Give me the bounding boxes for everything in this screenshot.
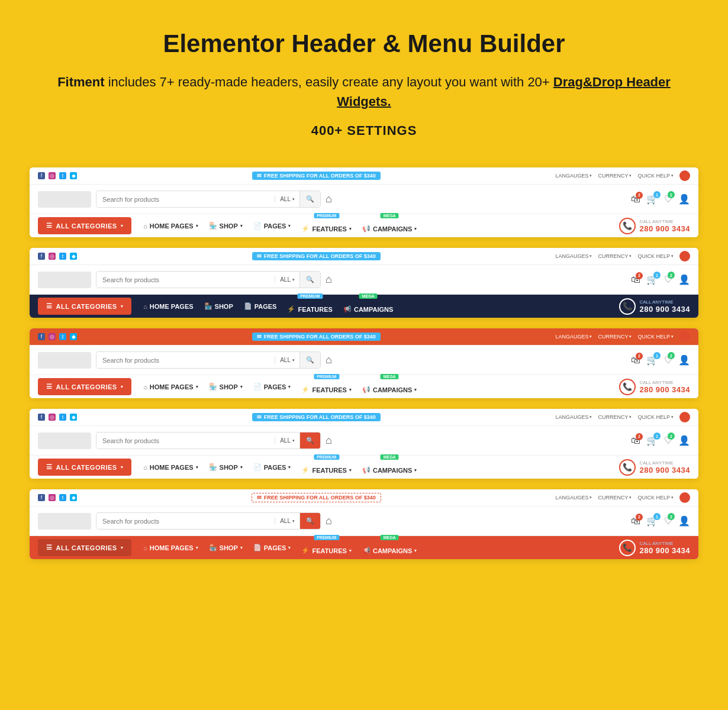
- shopping-bag-icon-2[interactable]: 🛍 2: [631, 275, 640, 285]
- nav-campaigns-2[interactable]: MEGA 📢 CAMPAIGNS: [343, 299, 393, 313]
- nav-shop-1[interactable]: 🏪 SHOP ▾: [209, 222, 243, 230]
- languages-btn-4[interactable]: LANGAUGES ▾: [555, 414, 592, 420]
- twitter-icon-5[interactable]: t: [59, 494, 66, 501]
- nav-home-5[interactable]: ⌂ HOME PAGES ▾: [143, 544, 198, 551]
- search-button-5[interactable]: 🔍: [299, 513, 320, 529]
- search-input-2[interactable]: [96, 272, 275, 288]
- instagram-icon-4[interactable]: ◎: [49, 414, 56, 421]
- nav-home-4[interactable]: ⌂ HOME PAGES ▾: [143, 464, 198, 471]
- search-box-4[interactable]: ALL ▾ 🔍: [96, 432, 321, 449]
- languages-btn-3[interactable]: LANGAUGES ▾: [555, 334, 592, 340]
- user-icon-1[interactable]: 👤: [678, 193, 690, 205]
- search-input-3[interactable]: [96, 353, 275, 368]
- skype-icon-4[interactable]: ◆: [70, 414, 77, 421]
- quick-help-btn-4[interactable]: QUICK HELP ▾: [637, 414, 674, 420]
- search-dropdown-3[interactable]: ALL ▾: [275, 357, 299, 363]
- facebook-icon-2[interactable]: f: [38, 253, 45, 260]
- search-button-3[interactable]: 🔍: [299, 352, 320, 368]
- search-box-1[interactable]: ALL ▾ 🔍: [96, 191, 321, 208]
- wishlist-icon-3[interactable]: ♡ 2: [664, 354, 672, 366]
- nav-shop-5[interactable]: 🏪 SHOP ▾: [209, 544, 243, 551]
- currency-btn-3[interactable]: CURRENCY ▾: [598, 334, 632, 340]
- nav-shop-4[interactable]: 🏪 SHOP ▾: [209, 463, 243, 471]
- home-icon-2[interactable]: ⌂: [326, 273, 332, 286]
- twitter-icon-4[interactable]: t: [59, 414, 66, 421]
- nav-campaigns-5[interactable]: MEGA 📢 CAMPAIGNS ▾: [362, 541, 417, 554]
- currency-btn-1[interactable]: CURRENCY ▾: [598, 173, 632, 179]
- nav-pages-3[interactable]: 📄 PAGES ▾: [253, 383, 291, 390]
- nav-shop-3[interactable]: 🏪 SHOP ▾: [209, 383, 243, 390]
- nav-features-1[interactable]: PREMIUM ⚡ FEATURES ▾: [301, 219, 351, 233]
- instagram-icon[interactable]: ◎: [49, 172, 56, 179]
- home-icon-5[interactable]: ⌂: [326, 515, 332, 527]
- search-dropdown-2[interactable]: ALL ▾: [275, 276, 299, 283]
- home-icon-1[interactable]: ⌂: [326, 193, 332, 205]
- all-categories-btn-5[interactable]: ☰ ALL CATEGORIES ▾: [38, 539, 131, 556]
- facebook-icon-4[interactable]: f: [38, 414, 45, 421]
- nav-home-2[interactable]: ⌂ HOME PAGES: [143, 303, 193, 310]
- nav-home-3[interactable]: ⌂ HOME PAGES ▾: [143, 383, 198, 390]
- nav-pages-2[interactable]: 📄 PAGES: [244, 302, 277, 310]
- user-icon-5[interactable]: 👤: [678, 515, 690, 527]
- all-categories-btn-3[interactable]: ☰ ALL CATEGORIES ▾: [38, 378, 131, 395]
- currency-btn-4[interactable]: CURRENCY ▾: [598, 414, 632, 420]
- nav-campaigns-1[interactable]: MEGA 📢 CAMPAIGNS ▾: [362, 219, 417, 233]
- home-icon-4[interactable]: ⌂: [326, 434, 332, 447]
- search-button-2[interactable]: 🔍: [299, 272, 320, 288]
- quick-help-btn-2[interactable]: QUICK HELP ▾: [637, 253, 674, 259]
- cart-icon-3[interactable]: 🛒 1: [646, 354, 658, 366]
- nav-features-4[interactable]: PREMIUM ⚡ FEATURES ▾: [301, 460, 351, 474]
- nav-features-3[interactable]: PREMIUM ⚡ FEATURES ▾: [301, 380, 351, 393]
- search-button-1[interactable]: 🔍: [299, 191, 320, 207]
- cart-icon-2[interactable]: 🛒 1: [646, 274, 658, 285]
- shopping-bag-icon-1[interactable]: 🛍 2: [631, 194, 640, 205]
- nav-features-5[interactable]: PREMIUM ⚡ FEATURES ▾: [301, 541, 351, 554]
- all-categories-btn-4[interactable]: ☰ ALL CATEGORIES ▾: [38, 459, 131, 476]
- nav-shop-2[interactable]: 🏪 SHOP: [204, 302, 233, 310]
- quick-help-btn-1[interactable]: QUICK HELP ▾: [637, 173, 674, 179]
- search-box-2[interactable]: ALL ▾ 🔍: [96, 271, 321, 288]
- quick-help-btn-5[interactable]: QUICK HELP ▾: [637, 495, 674, 501]
- search-input-4[interactable]: [96, 433, 275, 448]
- search-button-4[interactable]: 🔍: [299, 433, 320, 448]
- wishlist-icon-2[interactable]: ♡ 2: [664, 274, 672, 285]
- cart-icon-1[interactable]: 🛒 1: [646, 193, 658, 205]
- instagram-icon-2[interactable]: ◎: [49, 253, 56, 260]
- languages-btn-1[interactable]: LANGAUGES ▾: [555, 173, 592, 179]
- shopping-bag-icon-4[interactable]: 🛍 2: [631, 435, 640, 446]
- nav-pages-4[interactable]: 📄 PAGES ▾: [253, 463, 291, 471]
- twitter-icon[interactable]: t: [59, 172, 66, 179]
- wishlist-icon-5[interactable]: ♡ 2: [664, 515, 672, 527]
- currency-btn-2[interactable]: CURRENCY ▾: [598, 253, 632, 259]
- user-icon-2[interactable]: 👤: [678, 274, 690, 285]
- currency-btn-5[interactable]: CURRENCY ▾: [598, 495, 632, 501]
- wishlist-icon-1[interactable]: ♡ 2: [664, 193, 672, 205]
- instagram-icon-3[interactable]: ◎: [49, 333, 56, 340]
- cart-icon-4[interactable]: 🛒 1: [646, 435, 658, 446]
- all-categories-btn-2[interactable]: ☰ ALL CATEGORIES ▾: [38, 298, 131, 315]
- wishlist-icon-4[interactable]: ♡ 2: [664, 435, 672, 446]
- instagram-icon-5[interactable]: ◎: [49, 494, 56, 501]
- languages-btn-5[interactable]: LANGAUGES ▾: [555, 495, 592, 501]
- search-dropdown-5[interactable]: ALL ▾: [275, 518, 299, 524]
- skype-icon-5[interactable]: ◆: [70, 494, 77, 501]
- search-box-3[interactable]: ALL ▾ 🔍: [96, 351, 321, 369]
- quick-help-btn-3[interactable]: QUICK HELP ▾: [637, 334, 674, 340]
- facebook-icon-3[interactable]: f: [38, 333, 45, 340]
- nav-pages-5[interactable]: 📄 PAGES ▾: [253, 544, 291, 551]
- user-icon-4[interactable]: 👤: [678, 435, 690, 446]
- nav-features-2[interactable]: PREMIUM ⚡ FEATURES: [287, 299, 332, 313]
- nav-pages-1[interactable]: 📄 PAGES ▾: [253, 222, 291, 230]
- nav-home-1[interactable]: ⌂ HOME PAGES ▾: [143, 222, 198, 230]
- shopping-bag-icon-5[interactable]: 🛍 2: [631, 516, 640, 527]
- languages-btn-2[interactable]: LANGAUGES ▾: [555, 253, 592, 259]
- nav-campaigns-4[interactable]: MEGA 📢 CAMPAIGNS ▾: [362, 460, 417, 474]
- all-categories-btn-1[interactable]: ☰ ALL CATEGORIES ▾: [38, 217, 131, 234]
- search-input-1[interactable]: [96, 192, 275, 207]
- shopping-bag-icon-3[interactable]: 🛍 2: [631, 355, 640, 366]
- search-dropdown-4[interactable]: ALL ▾: [275, 437, 299, 444]
- user-icon-3[interactable]: 👤: [678, 354, 690, 366]
- skype-icon-2[interactable]: ◆: [70, 253, 77, 260]
- cart-icon-5[interactable]: 🛒 1: [646, 515, 658, 527]
- search-input-5[interactable]: [96, 514, 275, 529]
